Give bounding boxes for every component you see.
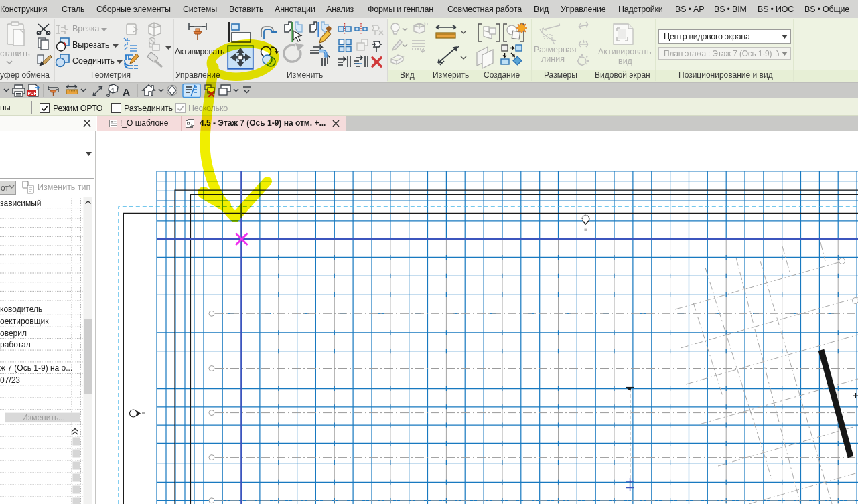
svg-text:Изменить...: Изменить... (22, 413, 65, 422)
svg-text:оектировщик: оектировщик (0, 317, 49, 326)
svg-text:ж 7 (Ось 1-9) на о...: ж 7 (Ось 1-9) на о... (0, 363, 72, 373)
svg-text:ководитель: ководитель (0, 305, 42, 314)
svg-text:работал: работал (0, 340, 31, 349)
svg-text:07/23: 07/23 (0, 375, 20, 385)
svg-text:оверил: оверил (0, 329, 27, 338)
svg-text:зависимый: зависимый (0, 199, 42, 208)
